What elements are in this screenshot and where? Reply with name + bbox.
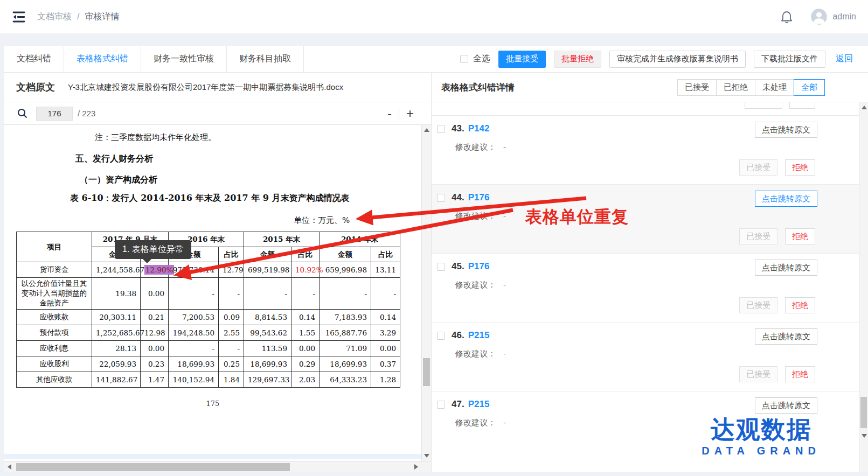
tab-table-format-correction[interactable]: 表格格式纠错	[64, 46, 141, 72]
doc-hscroll-thumb[interactable]	[16, 463, 290, 471]
review-vscroll-thumb[interactable]	[860, 397, 867, 428]
select-all-label[interactable]: 全选	[473, 53, 490, 65]
breadcrumb: 文档审核 / 审核详情	[37, 11, 119, 23]
breadcrumb-separator: /	[77, 12, 79, 22]
page-number-input[interactable]	[36, 107, 73, 121]
reject-button[interactable]: 拒绝	[785, 159, 815, 176]
item-checkbox[interactable]	[437, 125, 445, 133]
reject-button[interactable]: 拒绝	[785, 297, 815, 313]
doc-horizontal-scrollbar[interactable]	[4, 461, 431, 472]
filter-all[interactable]: 全部	[794, 79, 825, 96]
finish-generate-button[interactable]: 审核完成并生成修改版募集说明书	[609, 51, 746, 68]
suggestion-value: -	[503, 418, 506, 427]
zoom-in-button[interactable]: +	[406, 107, 414, 120]
clipped-reject-button[interactable]	[789, 102, 815, 109]
accepted-button[interactable]: 已接受	[739, 228, 777, 244]
doc-table-cell: 71.09	[320, 341, 371, 356]
item-page-link[interactable]: P142	[468, 123, 490, 134]
select-all-checkbox[interactable]	[460, 55, 468, 63]
avatar[interactable]	[811, 9, 827, 25]
breadcrumb-current: 审核详情	[85, 11, 119, 23]
doc-table-cell: -	[244, 278, 291, 310]
magnifier-icon[interactable]	[17, 108, 27, 118]
tab-financial-subject-extraction[interactable]: 财务科目抽取	[227, 46, 304, 72]
clipped-accept-button[interactable]	[745, 102, 782, 109]
reject-button[interactable]: 拒绝	[785, 366, 815, 382]
doc-table-cell: 0.25	[219, 356, 244, 372]
bell-icon[interactable]	[781, 10, 793, 24]
doc-table-cell: 12.98	[141, 325, 169, 341]
tab-doc-correction[interactable]: 文档纠错	[4, 46, 64, 72]
doc-table-cell: 140,152.94	[169, 372, 219, 388]
item-checkbox[interactable]	[437, 263, 445, 271]
batch-reject-button[interactable]: 批量拒绝	[554, 51, 601, 68]
back-link[interactable]: 返回	[836, 53, 853, 65]
item-page-link[interactable]: P176	[468, 192, 490, 203]
doc-table-cell: 应收账款	[17, 310, 92, 325]
doc-table-row: 应收利息28.130.00--113.590.0071.090.00	[17, 341, 400, 356]
doc-table-cell: 0.23	[141, 356, 169, 372]
doc-vscroll-thumb[interactable]	[423, 358, 430, 386]
jump-to-source-button[interactable]: 点击跳转原文	[755, 260, 817, 276]
doc-table-cell: 以公允价值计量且其变动计入当期损益的金融资产	[17, 278, 92, 310]
tab-financial-consistency[interactable]: 财务一致性审核	[141, 46, 227, 72]
doc-table-cell: 10.92%	[291, 262, 320, 278]
item-checkbox[interactable]	[437, 194, 445, 202]
review-item-46: 46. P215 点击跳转原文 修改建议：- 已接受 拒绝	[432, 323, 859, 391]
doc-table-cell: 1.84	[219, 372, 244, 388]
scroll-down-arrow[interactable]	[424, 454, 429, 458]
batch-accept-button[interactable]: 批量接受	[498, 51, 546, 68]
doc-table-header-2015: 2015 年末	[244, 232, 320, 247]
doc-table-header-2014: 2014 年末	[320, 232, 400, 247]
doc-table-cell: 659,996.98	[320, 262, 371, 278]
item-page-link[interactable]: P176	[468, 261, 490, 272]
suggestion-value: -	[503, 349, 506, 358]
accepted-button[interactable]: 已接受	[739, 297, 777, 313]
doc-table-cell: 1.47	[141, 372, 169, 388]
doc-table-cell: 165,887.76	[320, 325, 371, 341]
datagrand-logo: 达观数据 DATA GRAND	[702, 417, 821, 457]
scroll-up-arrow[interactable]	[862, 106, 867, 109]
item-page-link[interactable]: P215	[468, 399, 490, 410]
zoom-out-button[interactable]: -	[387, 107, 392, 120]
item-page-link[interactable]: P215	[468, 330, 490, 341]
doc-table-cell: 1,252,685.67	[92, 325, 141, 341]
accepted-button[interactable]: 已接受	[739, 159, 777, 176]
suggestion-value: -	[503, 142, 506, 151]
jump-to-source-button[interactable]: 点击跳转原文	[755, 191, 817, 207]
filter-rejected[interactable]: 已拒绝	[716, 79, 755, 96]
doc-table-cell: 0.00	[371, 341, 400, 356]
scroll-left-arrow[interactable]	[8, 464, 11, 470]
download-annotated-button[interactable]: 下载批注版文件	[754, 51, 825, 68]
filter-unprocessed[interactable]: 未处理	[755, 79, 794, 96]
jump-to-source-button[interactable]: 点击跳转原文	[755, 122, 817, 138]
item-number: 47.	[452, 399, 464, 410]
menu-fold-icon[interactable]	[12, 11, 25, 23]
item-checkbox[interactable]	[437, 401, 445, 409]
review-item-44: 44. P176 点击跳转原文 修改建议：- 已接受 拒绝	[432, 185, 859, 254]
accepted-button[interactable]: 已接受	[739, 366, 777, 382]
doc-table-cell: 12.79	[219, 262, 244, 278]
review-vertical-scrollbar[interactable]	[859, 102, 868, 472]
document-viewport: 注：三季度数据均未作年化处理。 五、发行人财务分析 （一）资产构成分析 表 6-…	[4, 125, 421, 461]
table-unit-anomaly-tooltip: 1. 表格单位异常	[115, 240, 191, 259]
jump-to-source-button[interactable]: 点击跳转原文	[755, 397, 817, 414]
doc-table-cell: 129,697.33	[244, 372, 291, 388]
doc-table-title: 表 6-10：发行人 2014-2016 年末及 2017 年 9 月末资产构成…	[70, 193, 349, 204]
suggestion-label: 修改建议：	[455, 142, 496, 151]
item-checkbox[interactable]	[437, 332, 445, 340]
filter-accepted[interactable]: 已接受	[677, 79, 717, 96]
scroll-down-arrow[interactable]	[862, 434, 867, 438]
username[interactable]: admin	[832, 12, 856, 22]
tab-bar: 文档纠错 表格格式纠错 财务一致性审核 财务科目抽取 全选 批量接受 批量拒绝 …	[4, 46, 868, 73]
item-number: 45.	[452, 261, 464, 272]
breadcrumb-parent[interactable]: 文档审核	[37, 11, 72, 23]
zoom-divider	[399, 108, 399, 120]
doc-vertical-scrollbar[interactable]	[421, 125, 431, 461]
scroll-right-arrow[interactable]	[414, 464, 418, 470]
reject-button[interactable]: 拒绝	[785, 228, 815, 244]
page-total: / 223	[78, 109, 95, 118]
scroll-up-arrow[interactable]	[424, 128, 429, 132]
doc-table-cell: 7,200.53	[169, 310, 219, 325]
jump-to-source-button[interactable]: 点击跳转原文	[755, 328, 817, 345]
